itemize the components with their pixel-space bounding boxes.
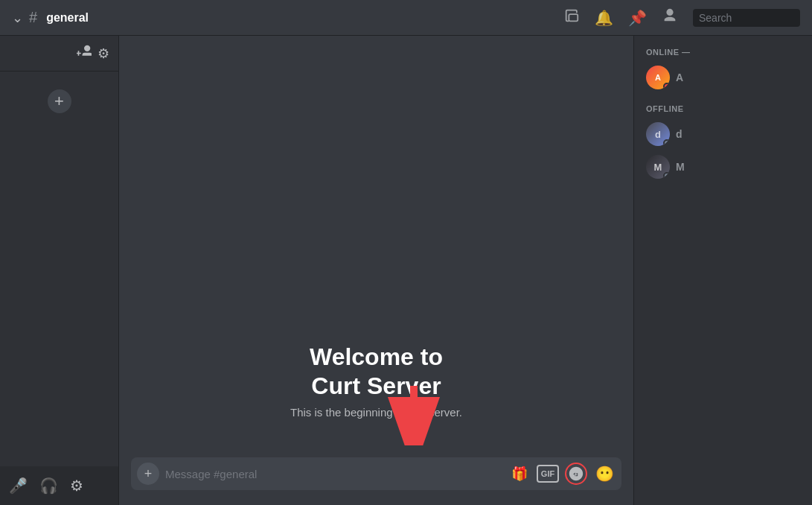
status-indicator — [663, 139, 670, 146]
welcome-section: Welcome to Curt Server This is the begin… — [290, 343, 462, 419]
top-bar: ⌄ # general 🔔 📌 Search — [0, 0, 812, 36]
top-bar-icons: 🔔 📌 Search — [563, 7, 800, 28]
hash-icon: # — [29, 9, 37, 26]
main-area: ⚙ + 🎤 🎧 ⚙ Welcome to Curt Server This is… — [0, 36, 812, 505]
attach-button[interactable]: + — [137, 463, 159, 485]
chat-content: Welcome to Curt Server This is the begin… — [119, 36, 633, 454]
sidebar-channels: + — [0, 72, 118, 466]
message-text-input[interactable] — [165, 468, 502, 480]
pin-icon[interactable]: 📌 — [628, 9, 647, 27]
offline-section-label: OFFLINE — [640, 104, 806, 113]
sidebar-top: ⚙ — [0, 36, 118, 72]
sidebar-bottom: 🎤 🎧 ⚙ — [0, 466, 118, 505]
emoji-button[interactable]: 😶 — [593, 463, 616, 485]
gift-button[interactable]: 🎁 — [508, 463, 531, 485]
gif-button[interactable]: GIF — [537, 465, 559, 483]
member-item[interactable]: M M — [640, 152, 806, 182]
search-input[interactable]: Search — [693, 9, 800, 27]
member-item[interactable]: d d — [640, 119, 806, 149]
sticker-button[interactable] — [565, 463, 587, 485]
message-input-bar: + 🎁 GIF 😶 — [119, 454, 633, 505]
bell-icon[interactable]: 🔔 — [595, 9, 613, 27]
add-channel-button[interactable]: + — [48, 89, 71, 113]
member-name: M — [676, 161, 685, 173]
message-input-container: + 🎁 GIF 😶 — [131, 457, 621, 490]
online-section-label: ONLINE — — [640, 48, 806, 57]
message-right-icons: 🎁 GIF 😶 — [508, 463, 616, 485]
avatar: M — [646, 155, 670, 179]
channel-name: general — [46, 11, 89, 25]
avatar: A — [646, 66, 670, 89]
chat-area: Welcome to Curt Server This is the begin… — [119, 36, 633, 505]
member-item[interactable]: A A — [640, 63, 806, 92]
add-friend-icon[interactable] — [77, 44, 92, 63]
chevron-down-icon[interactable]: ⌄ — [12, 10, 23, 26]
user-settings-icon[interactable]: ⚙ — [70, 477, 83, 495]
right-sidebar: ONLINE — A A OFFLINE d d M M — [633, 36, 812, 505]
status-indicator — [663, 83, 670, 89]
status-indicator — [663, 172, 670, 179]
left-sidebar: ⚙ + 🎤 🎧 ⚙ — [0, 36, 119, 505]
members-icon[interactable] — [662, 7, 678, 28]
channel-header-left: ⌄ # general — [12, 9, 89, 26]
welcome-title: Welcome to Curt Server — [290, 343, 462, 400]
member-name: d — [676, 128, 682, 140]
threads-icon[interactable] — [563, 7, 580, 28]
microphone-icon[interactable]: 🎤 — [9, 477, 28, 495]
member-name: A — [676, 72, 683, 83]
settings-icon[interactable]: ⚙ — [97, 45, 109, 62]
welcome-subtitle: This is the beginning of this server. — [290, 406, 462, 419]
avatar: d — [646, 122, 670, 146]
headphones-icon[interactable]: 🎧 — [39, 477, 58, 495]
